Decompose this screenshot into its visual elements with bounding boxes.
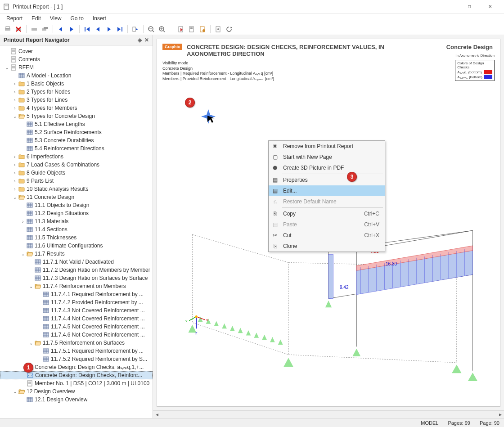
expand-icon[interactable]: › [12, 162, 18, 167]
tree-item[interactable]: ›7 Load Cases & Combinations [0, 161, 153, 169]
tree-item[interactable]: 11.7.4.3 Not Covered Reinforcement ... [0, 306, 153, 315]
maximize-button[interactable]: □ [459, 0, 480, 13]
expand-icon[interactable]: › [12, 179, 18, 184]
tree-item[interactable]: Concrete Design: Design Checks, Reinforc… [0, 371, 153, 379]
minimize-button[interactable]: — [438, 0, 459, 13]
tree-item[interactable]: ›10 Static Analysis Results [0, 185, 153, 193]
menu-report[interactable]: Report [2, 14, 27, 22]
refresh-icon[interactable] [224, 24, 234, 34]
tree-item[interactable]: 11.7.4.5 Not Covered Reinforcement ... [0, 323, 153, 331]
collapse-icon[interactable]: ⌄ [4, 65, 10, 70]
export-pdf-icon[interactable] [176, 24, 186, 34]
tree-item[interactable]: 11.6 Ultimate Configurations [0, 242, 153, 250]
tree-item[interactable]: ⌄5 Types for Concrete Design [0, 112, 153, 120]
menu-view[interactable]: View [45, 14, 66, 22]
export-rtf-icon[interactable] [187, 24, 197, 34]
print-batch-icon[interactable] [40, 24, 50, 34]
next-icon[interactable] [67, 24, 76, 34]
export-doc-icon[interactable] [198, 24, 207, 34]
context-item[interactable]: ▤Edit... [269, 185, 385, 196]
close-panel-icon[interactable]: ✕ [144, 37, 149, 43]
tree-item[interactable]: ›4 Types for Members [0, 104, 153, 112]
tree-item[interactable]: A Model - Location [0, 72, 153, 80]
tree-item[interactable]: 11.7.5.1 Required Reinforcement by ... [0, 347, 153, 355]
expand-icon[interactable]: › [12, 90, 18, 94]
context-item[interactable]: ▢Start with New Page [269, 152, 385, 162]
context-item[interactable]: ⎘CopyCtrl+C [269, 208, 385, 219]
context-item[interactable]: ⬣Create 3D Picture in PDF [269, 162, 385, 173]
collapse-icon[interactable]: ⌄ [20, 252, 26, 256]
navigator-tree[interactable]: CoverContents⌄RFEMA Model - Location›1 B… [0, 45, 153, 418]
tree-item[interactable]: Member No. 1 | DS5 | CO12 | 3.000 m | UL… [0, 379, 153, 387]
collapse-icon[interactable]: ⌄ [12, 195, 18, 200]
close-button[interactable]: ✕ [480, 0, 500, 13]
collapse-icon[interactable]: ⌄ [28, 284, 34, 289]
tree-item[interactable]: 5.2 Surface Reinforcements [0, 128, 153, 136]
tree-item[interactable]: Concrete Design: Design Checks, aₛ,ᵣₑq,1… [0, 363, 153, 371]
first-icon[interactable] [82, 24, 92, 34]
context-item[interactable]: ▤Properties [269, 175, 385, 185]
last-icon[interactable] [115, 24, 125, 34]
expand-icon[interactable]: › [12, 171, 18, 175]
tree-item[interactable]: 5.3 Concrete Durabilities [0, 136, 153, 144]
tree-item[interactable]: 11.7.1 Not Valid / Deactivated [0, 258, 153, 266]
tree-item[interactable]: 12.1 Design Overview [0, 396, 153, 404]
tree-item[interactable]: 11.4 Sections [0, 225, 153, 234]
tree-item[interactable]: ›9 Parts List [0, 177, 153, 185]
tree-item[interactable]: ›1 Basic Objects [0, 80, 153, 88]
next2-icon[interactable] [104, 24, 114, 34]
menu-goto[interactable]: Go to [66, 14, 88, 22]
tree-item[interactable]: 5.4 Reinforcement Directions [0, 144, 153, 153]
menu-edit[interactable]: Edit [27, 14, 45, 22]
context-item[interactable]: ⎘Clone [269, 241, 385, 252]
expand-icon[interactable]: › [20, 219, 26, 224]
delete-print-icon[interactable] [14, 24, 23, 34]
collapse-icon[interactable]: ⌄ [12, 389, 18, 394]
expand-icon[interactable]: › [12, 106, 18, 111]
print-settings-icon[interactable] [29, 24, 39, 34]
tree-item[interactable]: ›2 Types for Nodes [0, 88, 153, 96]
prev-icon[interactable] [56, 24, 66, 34]
tree-item[interactable]: 11.1 Objects to Design [0, 201, 153, 209]
tree-item[interactable]: 11.7.4.6 Not Covered Reinforcement ... [0, 331, 153, 339]
context-item[interactable]: ✖Remove from Printout Report [269, 141, 385, 152]
tree-item[interactable]: ›11.3 Materials [0, 217, 153, 225]
print-icon[interactable] [3, 24, 13, 34]
zoom-out-icon[interactable] [146, 24, 156, 34]
tree-item[interactable]: ⌄11.7.4 Reinforcement on Members [0, 282, 153, 290]
scroll-left-icon[interactable]: ◂ [153, 411, 161, 418]
undock-icon[interactable]: ◈ [138, 37, 142, 43]
tree-item[interactable]: 11.7.3 Design Ratio on Surfaces by Surfa… [0, 274, 153, 282]
tree-item[interactable]: ›6 Imperfections [0, 153, 153, 161]
settings-page-icon[interactable] [213, 24, 223, 34]
expand-icon[interactable]: › [12, 81, 18, 86]
horizontal-scrollbar[interactable]: ◂ ▸ [153, 410, 504, 418]
tree-item[interactable]: ⌄12 Design Overview [0, 387, 153, 396]
tree-item[interactable]: 11.7.2 Design Ratio on Members by Member [0, 266, 153, 274]
tree-item[interactable]: ⌄11.7.5 Reinforcement on Surfaces [0, 339, 153, 347]
expand-icon[interactable]: › [12, 154, 18, 159]
tree-item[interactable]: 11.7.4.2 Provided Reinforcement by ... [0, 298, 153, 306]
tree-item[interactable]: 11.7.4.4 Not Covered Reinforcement ... [0, 315, 153, 323]
menu-insert[interactable]: Insert [88, 14, 111, 22]
tree-item[interactable]: ⌄RFEM [0, 63, 153, 72]
tree-item[interactable]: Contents [0, 55, 153, 63]
collapse-icon[interactable]: ⌄ [12, 114, 18, 119]
context-item[interactable]: ✂CutCtrl+X [269, 230, 385, 241]
tree-item[interactable]: ›3 Types for Lines [0, 96, 153, 104]
tree-item[interactable]: 5.1 Effective Lengths [0, 120, 153, 128]
scroll-right-icon[interactable]: ▸ [496, 411, 504, 418]
tree-item[interactable]: ⌄11.7 Results [0, 250, 153, 258]
tree-item[interactable]: 11.7.4.1 Required Reinforcement by ... [0, 290, 153, 298]
expand-icon[interactable]: › [12, 187, 18, 192]
collapse-icon[interactable]: ⌄ [28, 341, 34, 346]
tree-item[interactable]: 11.5 Thicknesses [0, 234, 153, 242]
tree-item[interactable]: 11.2 Design Situations [0, 209, 153, 217]
prev2-icon[interactable] [93, 24, 103, 34]
tree-item[interactable]: Cover [0, 47, 153, 55]
tree-item[interactable]: ›8 Guide Objects [0, 169, 153, 177]
goto-icon[interactable] [130, 24, 140, 34]
tree-item[interactable]: ⌄11 Concrete Design [0, 193, 153, 201]
zoom-in-icon[interactable] [157, 24, 167, 34]
tree-item[interactable]: 11.7.5.2 Required Reinforcement by S... [0, 355, 153, 363]
